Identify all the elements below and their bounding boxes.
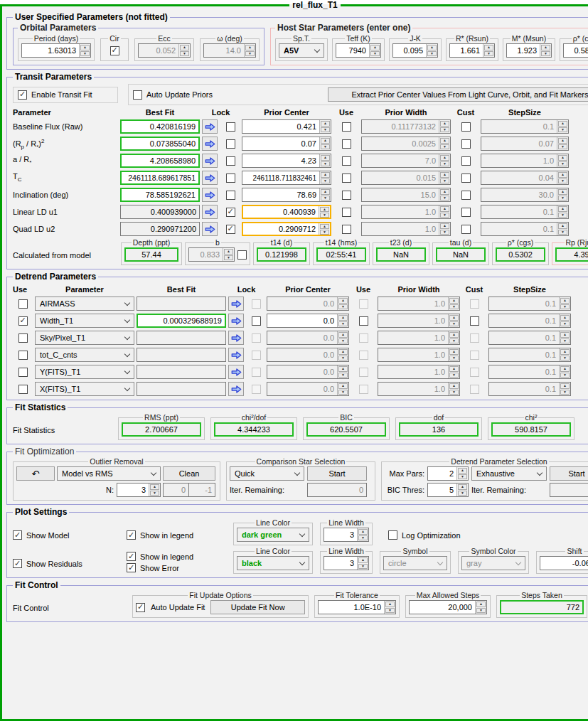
prior-width-field[interactable]: 1.0 — [378, 297, 460, 311]
spin-up-icon[interactable] — [541, 45, 550, 50]
spin-down-icon[interactable] — [560, 321, 570, 327]
step-size-field[interactable]: 0.1 — [481, 222, 569, 236]
spin-up-icon[interactable] — [180, 45, 189, 50]
model-line-width-field[interactable]: 3 — [324, 528, 369, 542]
mstar-field[interactable]: 1.923 — [506, 43, 552, 58]
spinner[interactable] — [448, 314, 459, 327]
spin-down-icon[interactable] — [449, 321, 459, 327]
undo-clean-button[interactable]: ↶ — [16, 466, 55, 481]
spin-down-icon[interactable] — [321, 178, 330, 184]
spin-up-icon[interactable] — [449, 349, 459, 355]
detrend-parameter-dropdown[interactable]: Sky/Pixel_T1 — [35, 331, 134, 345]
spin-up-icon[interactable] — [385, 602, 395, 607]
model-line-color-dropdown[interactable]: dark green — [237, 528, 309, 542]
use-prior-checkbox[interactable] — [342, 139, 351, 149]
spinner[interactable] — [149, 484, 160, 496]
spin-down-icon[interactable] — [338, 304, 348, 310]
spin-up-icon[interactable] — [320, 207, 329, 212]
prior-center-field[interactable]: 4.23 — [242, 154, 331, 168]
spinner[interactable] — [439, 137, 450, 150]
use-detrend-checkbox[interactable] — [18, 351, 28, 360]
spinner[interactable] — [448, 331, 459, 344]
symbol-dropdown[interactable]: circle — [383, 556, 447, 570]
spin-down-icon[interactable] — [180, 51, 189, 57]
impact-parameter-checkbox[interactable] — [237, 250, 247, 260]
spinner[interactable] — [448, 383, 459, 395]
step-size-field[interactable]: 1.0 — [481, 154, 569, 168]
transfer-best-fit-button[interactable] — [228, 297, 244, 311]
prior-width-field[interactable]: 1.0 — [361, 205, 451, 219]
spinner[interactable] — [540, 44, 551, 57]
show-model-checkbox[interactable] — [13, 530, 22, 540]
prior-center-field[interactable]: 0.0 — [267, 331, 349, 345]
prior-width-field[interactable]: 1.0 — [378, 382, 460, 396]
spin-down-icon[interactable] — [449, 304, 459, 310]
spinner[interactable] — [426, 44, 437, 57]
step-size-field[interactable]: 0.07 — [481, 137, 569, 151]
spin-down-icon[interactable] — [321, 127, 330, 133]
omega-field[interactable]: 14.0 — [203, 43, 256, 58]
spin-up-icon[interactable] — [449, 298, 459, 304]
spin-down-icon[interactable] — [541, 51, 550, 57]
use-prior-checkbox[interactable] — [342, 225, 351, 234]
spin-down-icon[interactable] — [440, 144, 449, 150]
spin-down-icon[interactable] — [560, 356, 570, 361]
prior-center-field[interactable]: 0.421 — [242, 119, 331, 134]
spinner[interactable] — [439, 188, 450, 201]
rhostar-field[interactable]: 0.589 — [563, 43, 588, 58]
spinner[interactable] — [337, 383, 348, 395]
transfer-best-fit-button[interactable] — [202, 137, 218, 151]
spin-down-icon[interactable] — [440, 230, 449, 235]
prior-width-field[interactable]: 1.0 — [378, 365, 460, 379]
outlier-mode-dropdown[interactable]: Model vs RMS — [57, 466, 161, 481]
prior-center-field[interactable]: 0.0 — [267, 382, 349, 396]
use-prior-checkbox[interactable] — [342, 156, 351, 166]
transfer-best-fit-button[interactable] — [202, 154, 218, 168]
lock-checkbox[interactable] — [252, 316, 261, 326]
lock-checkbox[interactable] — [226, 156, 235, 166]
spin-down-icon[interactable] — [440, 161, 449, 167]
custom-step-checkbox[interactable] — [461, 122, 471, 132]
bic-thres-field[interactable]: 5 — [427, 483, 469, 497]
spinner[interactable] — [357, 557, 368, 570]
spin-up-icon[interactable] — [80, 45, 90, 50]
spin-down-icon[interactable] — [560, 390, 570, 395]
spinner[interactable] — [337, 348, 348, 361]
spin-up-icon[interactable] — [558, 121, 567, 127]
spin-up-icon[interactable] — [440, 172, 449, 178]
detrend-parameter-dropdown[interactable]: AIRMASS — [35, 297, 134, 311]
fit-tolerance-field[interactable]: 1.0E-10 — [318, 600, 396, 614]
prior-width-field[interactable]: 0.0025 — [361, 137, 451, 151]
spin-up-icon[interactable] — [338, 366, 348, 372]
spin-down-icon[interactable] — [370, 51, 380, 57]
spin-down-icon[interactable] — [449, 390, 459, 395]
spin-down-icon[interactable] — [558, 161, 567, 167]
use-detrend-checkbox[interactable] — [18, 385, 28, 394]
use-detrend-checkbox[interactable] — [18, 368, 28, 377]
spin-down-icon[interactable] — [338, 356, 348, 361]
step-size-field[interactable]: 0.04 — [481, 171, 569, 185]
update-fit-now-button[interactable]: Update Fit Now — [210, 600, 305, 614]
transfer-best-fit-button[interactable] — [228, 314, 244, 328]
spinner[interactable] — [319, 223, 330, 235]
detrend-selection-mode-dropdown[interactable]: Exhaustive — [471, 466, 547, 481]
step-size-field[interactable]: 0.1 — [481, 205, 569, 219]
spin-down-icon[interactable] — [449, 373, 459, 378]
spin-up-icon[interactable] — [449, 383, 459, 389]
spin-up-icon[interactable] — [370, 45, 380, 50]
spin-up-icon[interactable] — [484, 45, 493, 50]
spin-down-icon[interactable] — [150, 491, 159, 496]
spin-down-icon[interactable] — [338, 390, 348, 395]
spin-up-icon[interactable] — [321, 121, 330, 127]
comparison-mode-dropdown[interactable]: Quick — [230, 466, 304, 481]
detrend-selection-start-button[interactable]: Start — [550, 466, 588, 481]
step-size-field[interactable]: 0.1 — [488, 314, 571, 328]
spectral-type-dropdown[interactable]: A5V — [279, 43, 324, 58]
prior-width-field[interactable]: 15.0 — [361, 188, 451, 202]
spin-down-icon[interactable] — [458, 491, 467, 496]
spin-up-icon[interactable] — [338, 349, 348, 355]
spin-up-icon[interactable] — [440, 206, 449, 212]
spinner[interactable] — [456, 467, 468, 480]
spin-up-icon[interactable] — [476, 602, 486, 607]
spin-up-icon[interactable] — [321, 172, 330, 178]
